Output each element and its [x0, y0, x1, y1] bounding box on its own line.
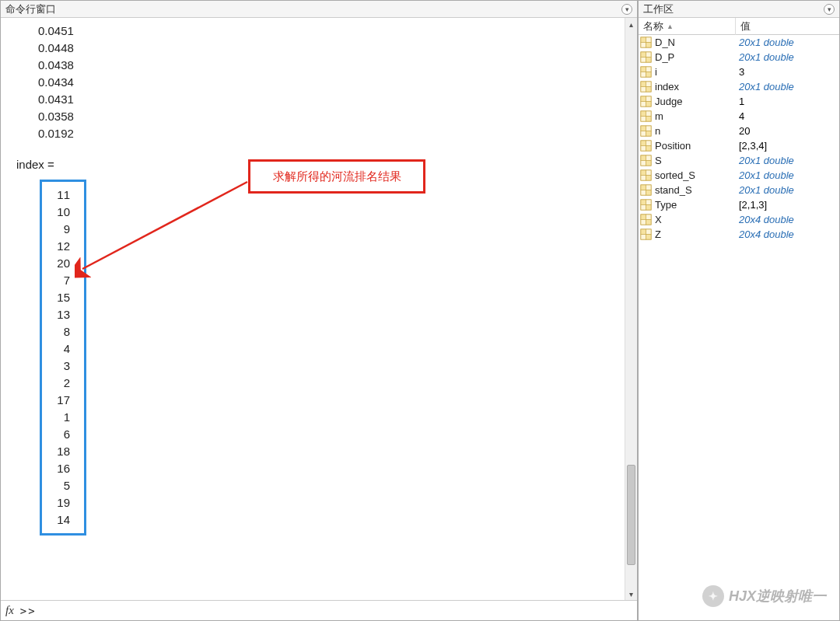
variable-value: 20x1 double: [736, 184, 839, 196]
variable-name: stand_S: [655, 184, 692, 196]
scroll-down-icon[interactable]: ▾: [625, 588, 637, 600]
annotation-box: 求解所得的河流排名结果: [248, 159, 425, 194]
column-header-name[interactable]: 名称 ▲: [639, 18, 736, 35]
svg-rect-58: [646, 200, 652, 205]
workspace-variable-row[interactable]: i3: [639, 65, 839, 79]
command-window-title: 命令行窗口: [5, 2, 56, 16]
column-header-name-label: 名称: [643, 19, 663, 33]
index-value: 16: [42, 460, 84, 477]
svg-rect-33: [646, 126, 652, 131]
svg-rect-57: [641, 200, 646, 205]
command-scrollbar[interactable]: ▴ ▾: [625, 18, 637, 600]
svg-rect-30: [646, 117, 652, 122]
scroll-track[interactable]: [625, 30, 637, 588]
command-prompt-row[interactable]: fx >>: [1, 600, 637, 620]
scroll-up-icon[interactable]: ▴: [625, 18, 637, 30]
workspace-variable-row[interactable]: S20x1 double: [639, 153, 839, 168]
variable-name-cell: sorted_S: [639, 169, 736, 181]
variable-name-cell: Judge: [639, 96, 736, 107]
variable-value: 20: [736, 125, 839, 137]
variable-name: m: [655, 110, 663, 122]
output-number: 0.0358: [15, 108, 623, 125]
svg-rect-59: [641, 205, 646, 211]
workspace-variable-row[interactable]: D_N20x1 double: [639, 35, 839, 50]
workspace-table-header: 名称 ▲ 值: [639, 18, 839, 35]
index-value: 18: [42, 443, 84, 460]
workspace-header: 工作区 ▾: [639, 1, 839, 18]
variable-matrix-icon: [640, 96, 652, 107]
variable-matrix-icon: [640, 66, 652, 78]
variable-name: Type: [655, 199, 677, 211]
workspace-variable-row[interactable]: Z20x4 double: [639, 227, 839, 242]
workspace-body[interactable]: D_N20x1 doubleD_P20x1 doublei3index20x1 …: [639, 35, 839, 620]
svg-rect-35: [646, 131, 652, 137]
column-header-value[interactable]: 值: [736, 18, 839, 35]
svg-rect-34: [641, 131, 646, 137]
variable-name: sorted_S: [655, 169, 695, 181]
command-window-panel: 命令行窗口 ▾ 0.04510.04480.04380.04340.04310.…: [0, 0, 638, 621]
variable-matrix-icon: [640, 37, 652, 48]
variable-matrix-icon: [640, 184, 652, 196]
workspace-variable-row[interactable]: m4: [639, 109, 839, 124]
output-number: 0.0192: [15, 125, 623, 142]
index-value: 5: [42, 477, 84, 494]
workspace-variable-row[interactable]: index20x1 double: [639, 79, 839, 94]
panel-menu-icon[interactable]: ▾: [824, 4, 835, 15]
variable-matrix-icon: [640, 169, 652, 181]
svg-rect-49: [641, 176, 646, 181]
scroll-thumb[interactable]: [627, 465, 635, 565]
command-prompt: >>: [20, 605, 37, 617]
svg-rect-65: [646, 220, 652, 225]
workspace-variable-row[interactable]: Judge1: [639, 94, 839, 109]
workspace-variable-row[interactable]: stand_S20x1 double: [639, 183, 839, 197]
index-result-box: 1110912207151384321716181651914: [40, 180, 86, 536]
variable-name: X: [655, 214, 662, 225]
index-value: 4: [42, 340, 84, 358]
svg-rect-22: [641, 96, 646, 102]
column-header-value-label: 值: [740, 19, 751, 33]
variable-name: S: [655, 155, 662, 166]
svg-rect-53: [646, 185, 652, 190]
variable-value: 20x1 double: [736, 51, 839, 63]
workspace-variable-row[interactable]: sorted_S20x1 double: [639, 168, 839, 183]
index-value: 8: [42, 323, 84, 340]
workspace-panel: 工作区 ▾ 名称 ▲ 值 D_N20x1 doubleD_P20x1 doubl…: [638, 0, 840, 621]
variable-value: 20x1 double: [736, 81, 839, 92]
svg-rect-44: [641, 161, 646, 166]
fx-icon[interactable]: fx: [5, 604, 14, 617]
command-window-body[interactable]: 0.04510.04480.04380.04340.04310.03580.01…: [1, 18, 637, 600]
svg-rect-39: [641, 146, 646, 152]
workspace-variable-row[interactable]: Type[2,1,3]: [639, 197, 839, 212]
variable-name-cell: D_P: [639, 51, 736, 63]
svg-rect-40: [646, 146, 652, 152]
index-value: 3: [42, 358, 84, 375]
svg-rect-69: [641, 235, 646, 240]
variable-value: 20x4 double: [736, 229, 839, 240]
svg-rect-42: [641, 155, 646, 161]
svg-rect-54: [641, 190, 646, 196]
variable-name-cell: Type: [639, 199, 736, 211]
variable-name: i: [655, 66, 657, 78]
variable-name: Position: [655, 140, 691, 152]
index-value: 19: [42, 494, 84, 511]
svg-rect-9: [641, 58, 646, 63]
svg-rect-14: [641, 72, 646, 78]
variable-name: Judge: [655, 96, 682, 107]
svg-rect-19: [641, 87, 646, 92]
panel-menu-icon[interactable]: ▾: [621, 4, 632, 15]
variable-value: 20x1 double: [736, 155, 839, 166]
svg-rect-23: [646, 96, 652, 102]
svg-rect-38: [646, 141, 652, 146]
workspace-variable-row[interactable]: Position[2,3,4]: [639, 138, 839, 153]
variable-matrix-icon: [640, 81, 652, 92]
svg-rect-24: [641, 102, 646, 107]
workspace-variable-row[interactable]: X20x4 double: [639, 212, 839, 227]
variable-value: 20x1 double: [736, 37, 839, 48]
workspace-variable-row[interactable]: n20: [639, 124, 839, 138]
workspace-variable-row[interactable]: D_P20x1 double: [639, 50, 839, 65]
variable-matrix-icon: [640, 155, 652, 166]
variable-name-cell: m: [639, 110, 736, 122]
sort-asc-icon: ▲: [667, 23, 674, 30]
index-value: 7: [42, 272, 84, 289]
variable-matrix-icon: [640, 199, 652, 211]
